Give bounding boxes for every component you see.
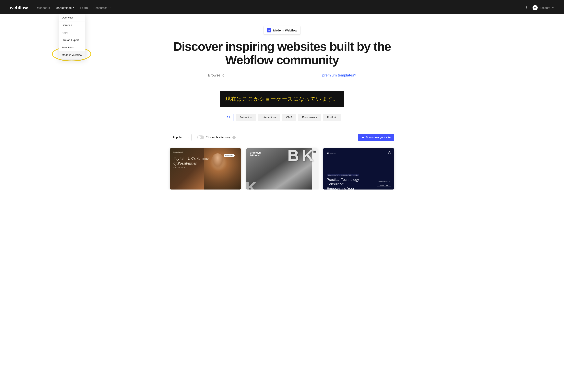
card-title: PayPal - UK's Summer of Possibilities xyxy=(173,156,237,166)
page-content: W Made in Webflow Discover inspiring web… xyxy=(166,26,398,190)
card-bigtext: K xyxy=(246,181,257,190)
main-navbar: webflow Dashboard Marketplace Learn Reso… xyxy=(0,1,564,14)
marketplace-dropdown: Overview Libraries Apps Hire an Expert T… xyxy=(59,14,85,59)
chip-ecommerce[interactable]: Ecommerce xyxy=(298,114,321,121)
window-top-strip xyxy=(0,0,564,1)
chevron-down-icon xyxy=(109,7,111,9)
dd-apps[interactable]: Apps xyxy=(59,29,85,36)
cloneable-toggle[interactable] xyxy=(197,135,204,139)
cta-label: Showcase your site xyxy=(366,136,391,139)
chip-interactions[interactable]: Interactions xyxy=(258,114,280,121)
site-card[interactable]: handplayed. Get in offer PayPal - UK's S… xyxy=(170,148,241,190)
account-menu[interactable]: M Account xyxy=(533,5,554,10)
made-in-webflow-badge[interactable]: W Made in Webflow xyxy=(264,26,300,35)
nav-links: Dashboard Marketplace Learn Resources xyxy=(36,6,111,9)
cloneable-toggle-label: Cloneable sites only xyxy=(206,136,230,139)
chevron-down-icon xyxy=(552,7,554,9)
card-badge: COLLABORATIVE. BESPOKE. ACTIONABLE. xyxy=(327,174,359,176)
webflow-square-icon: W xyxy=(267,28,271,32)
chip-animation[interactable]: Animation xyxy=(236,114,256,121)
hero-subtitle: Browse, c lone and customize Made in Web… xyxy=(170,73,394,77)
chip-portfolio[interactable]: Portfolio xyxy=(323,114,341,121)
filter-chips: All Animation Interactions CMS Ecommerce… xyxy=(170,114,394,121)
badge-label: Made in Webflow xyxy=(273,29,297,32)
card-bigtext: B K xyxy=(287,149,313,162)
help-icon[interactable]: ? xyxy=(232,136,236,139)
card-pill: Get in offer xyxy=(224,154,235,157)
hero: Discover inspiring websites built by the… xyxy=(170,40,394,67)
card-logo: handplayed. xyxy=(173,151,237,153)
nav-learn[interactable]: Learn xyxy=(80,6,88,9)
chevron-down-icon xyxy=(188,136,189,138)
sort-select[interactable]: Popular xyxy=(170,134,192,141)
premium-templates-link[interactable]: premium templates? xyxy=(322,73,356,77)
card-tag: SHORT FILM xyxy=(173,167,237,168)
dd-libraries[interactable]: Libraries xyxy=(59,21,85,29)
site-card[interactable]: BrooklynEditions B K K xyxy=(246,148,317,190)
dd-made-in-webflow[interactable]: Made in Webflow xyxy=(59,51,85,59)
chip-all[interactable]: All xyxy=(223,114,233,121)
nav-right: M Account xyxy=(525,5,554,10)
sub-prefix: Browse, c xyxy=(208,73,224,77)
card-logo: JT Jeff Testers xyxy=(327,151,391,155)
bell-icon xyxy=(525,6,528,9)
cloneable-toggle-wrap: Cloneable sites only ? xyxy=(195,134,238,141)
dd-templates[interactable]: Templates xyxy=(59,44,85,51)
nav-dashboard[interactable]: Dashboard xyxy=(36,6,50,9)
annotation-box: 現在はここがショーケースになっています。 xyxy=(220,91,344,107)
target-icon xyxy=(388,151,391,154)
brand-logo[interactable]: webflow xyxy=(10,5,28,10)
avatar: M xyxy=(533,5,538,10)
card-btn-howitworks: HOW IT WORKS xyxy=(377,180,391,183)
nav-resources-label: Resources xyxy=(93,6,108,9)
card-image: BrooklynEditions B K K xyxy=(246,148,312,190)
card-buttons: HOW IT WORKS ABOUT US xyxy=(377,180,391,187)
chevron-up-icon xyxy=(73,7,75,9)
hamburger-icon xyxy=(313,151,316,153)
plus-icon xyxy=(362,136,364,139)
results-toolbar: Popular Cloneable sites only ? Showcase … xyxy=(170,134,394,141)
nav-resources[interactable]: Resources xyxy=(93,6,111,9)
notifications-button[interactable] xyxy=(525,6,528,9)
site-grid: handplayed. Get in offer PayPal - UK's S… xyxy=(170,148,394,190)
card-btn-aboutus: ABOUT US xyxy=(377,184,391,187)
page-title: Discover inspiring websites built by the… xyxy=(170,40,394,67)
nav-marketplace[interactable]: Marketplace xyxy=(56,6,75,9)
sort-label: Popular xyxy=(173,136,182,139)
nav-marketplace-label: Marketplace xyxy=(56,6,72,9)
showcase-site-button[interactable]: Showcase your site xyxy=(358,134,394,141)
dd-overview[interactable]: Overview xyxy=(59,14,85,21)
chip-cms[interactable]: CMS xyxy=(282,114,296,121)
site-card[interactable]: JT Jeff Testers COLLABORATIVE. BESPOKE. … xyxy=(323,148,394,190)
dd-hire-expert[interactable]: Hire an Expert xyxy=(59,36,85,44)
account-label: Account xyxy=(540,6,550,9)
